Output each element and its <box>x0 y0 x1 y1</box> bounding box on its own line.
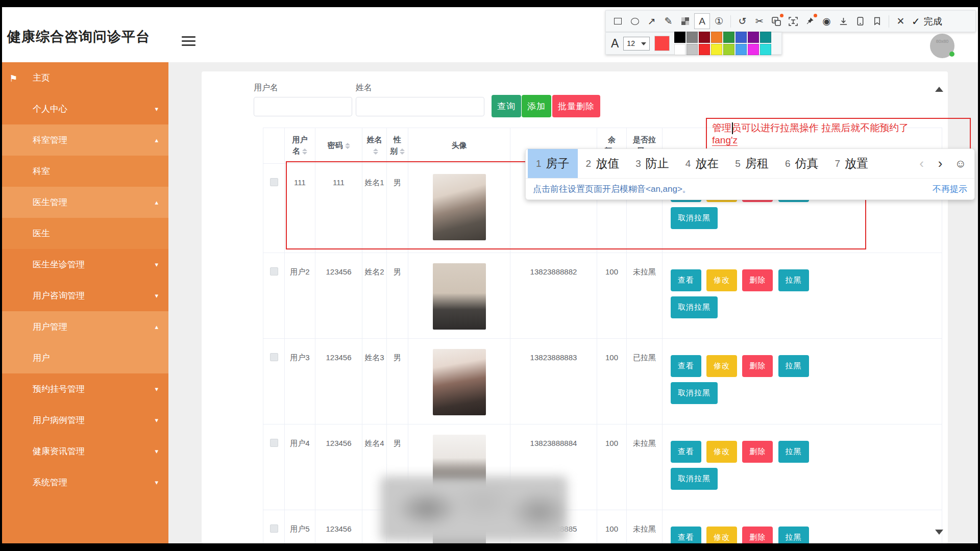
translate-icon[interactable]: A <box>768 13 784 29</box>
sort-caret-icon[interactable] <box>400 146 405 157</box>
sidebar-item[interactable]: 科室管理 ▴ <box>0 124 168 156</box>
edit-button[interactable]: 修改 <box>706 355 737 377</box>
ocr-icon[interactable] <box>785 13 801 29</box>
sort-caret-icon[interactable] <box>345 140 350 152</box>
edit-button[interactable]: 修改 <box>706 441 737 463</box>
phone-icon[interactable] <box>852 13 868 29</box>
sidebar-item[interactable]: 用户管理 ▴ <box>0 311 168 342</box>
sidebar-item[interactable]: 医生管理 ▴ <box>0 187 168 218</box>
sort-caret-icon[interactable] <box>373 146 378 157</box>
cut-icon[interactable]: ✂ <box>751 13 767 29</box>
text-tool-icon[interactable]: A <box>694 13 710 29</box>
scroll-up-icon[interactable] <box>935 83 943 92</box>
delete-button[interactable]: 删除 <box>742 441 773 463</box>
view-button[interactable]: 查看 <box>671 269 701 291</box>
download-icon[interactable] <box>836 13 851 29</box>
sort-caret-icon[interactable] <box>302 146 307 157</box>
table-header-cell[interactable]: 密码 <box>315 128 362 164</box>
close-icon[interactable]: ✕ <box>893 13 909 29</box>
palette-color-swatch[interactable] <box>699 32 710 43</box>
sidebar-item[interactable]: 用户咨询管理 ▾ <box>0 280 168 311</box>
palette-color-swatch[interactable] <box>736 32 747 43</box>
sidebar-item[interactable]: 医生坐诊管理 ▾ <box>0 249 168 280</box>
pin-icon[interactable] <box>802 13 818 29</box>
done-button[interactable]: ✓ 完成 <box>912 15 942 28</box>
view-button[interactable]: 查看 <box>671 355 701 377</box>
ime-candidate[interactable]: 7 放置 <box>826 149 876 178</box>
ime-candidate[interactable]: 2 放值 <box>578 149 628 178</box>
ime-candidate[interactable]: 5 房租 <box>727 149 777 178</box>
sidebar-item[interactable]: 用户病例管理 ▾ <box>0 405 168 436</box>
bookmark-icon[interactable] <box>869 13 885 29</box>
palette-color-swatch[interactable] <box>723 32 734 43</box>
row-checkbox[interactable] <box>270 178 278 186</box>
palette-color-swatch[interactable] <box>674 32 685 43</box>
sidebar-item[interactable]: 医生 <box>0 218 168 249</box>
palette-color-swatch[interactable] <box>723 44 734 55</box>
ime-candidate[interactable]: 1 房子 <box>528 149 578 178</box>
add-button[interactable]: 添加 <box>522 95 551 117</box>
sidebar-item[interactable]: 个人中心 ▾ <box>0 93 168 124</box>
unblacklist-button[interactable]: 取消拉黑 <box>671 296 718 318</box>
ime-candidate[interactable]: 3 防止 <box>627 149 677 178</box>
sidebar-item[interactable]: 预约挂号管理 ▾ <box>0 373 168 405</box>
view-button[interactable]: 查看 <box>671 527 701 543</box>
sidebar-item[interactable]: 系统管理 ▾ <box>0 467 168 498</box>
ellipse-tool-icon[interactable] <box>627 13 643 29</box>
search-button[interactable]: 查询 <box>492 95 521 117</box>
ime-candidate[interactable]: 6 仿真 <box>777 149 827 178</box>
ime-candidate[interactable]: 4 放在 <box>677 149 727 178</box>
table-header-cell[interactable]: 头像 <box>408 128 510 164</box>
palette-color-swatch[interactable] <box>760 44 771 55</box>
name-input[interactable] <box>356 97 484 116</box>
batch-delete-button[interactable]: 批量删除 <box>552 95 600 117</box>
sidebar-item[interactable]: 用户 <box>0 342 168 373</box>
blacklist-button[interactable]: 拉黑 <box>778 355 809 377</box>
pen-tool-icon[interactable]: ✎ <box>660 13 676 29</box>
sidebar-item[interactable]: 健康资讯管理 ▾ <box>0 436 168 467</box>
view-button[interactable]: 查看 <box>671 441 701 463</box>
row-checkbox[interactable] <box>270 439 278 447</box>
mosaic-tool-icon[interactable] <box>677 13 693 29</box>
palette-color-swatch[interactable] <box>748 44 759 55</box>
record-icon[interactable]: ◉ <box>819 13 835 29</box>
current-color-swatch[interactable] <box>654 36 670 51</box>
delete-button[interactable]: 删除 <box>742 269 773 291</box>
unblacklist-button[interactable]: 取消拉黑 <box>671 382 718 404</box>
ime-hint-text[interactable]: 点击前往设置页面开启模糊音<an,ang>。 <box>533 183 691 195</box>
font-size-select[interactable]: 12 <box>623 37 650 51</box>
arrow-tool-icon[interactable]: ↗ <box>644 13 659 29</box>
palette-color-swatch[interactable] <box>760 32 771 43</box>
blacklist-button[interactable]: 拉黑 <box>778 527 809 543</box>
row-checkbox[interactable] <box>270 524 278 533</box>
table-header-cell[interactable]: 姓名 <box>362 128 387 164</box>
palette-color-swatch[interactable] <box>736 44 747 55</box>
palette-color-swatch[interactable] <box>699 44 710 55</box>
palette-color-swatch[interactable] <box>711 32 722 43</box>
delete-button[interactable]: 删除 <box>742 527 773 543</box>
sidebar-item[interactable]: ⚑ 主页 <box>0 62 168 93</box>
hamburger-menu-icon[interactable] <box>182 36 195 46</box>
palette-color-swatch[interactable] <box>687 32 698 43</box>
undo-icon[interactable]: ↺ <box>734 13 750 29</box>
blacklist-button[interactable]: 拉黑 <box>778 441 809 463</box>
edit-button[interactable]: 修改 <box>706 527 737 543</box>
ime-dismiss-link[interactable]: 不再提示 <box>933 183 967 195</box>
sidebar-item[interactable]: 科室 <box>0 156 168 187</box>
table-header-cell[interactable]: 性 别 <box>387 128 408 164</box>
user-avatar[interactable]: 80x80 <box>930 34 954 58</box>
unblacklist-button[interactable]: 取消拉黑 <box>671 468 718 490</box>
blacklist-button[interactable]: 拉黑 <box>778 269 809 291</box>
delete-button[interactable]: 删除 <box>742 355 773 377</box>
username-input[interactable] <box>254 97 352 116</box>
palette-color-swatch[interactable] <box>687 44 698 55</box>
palette-color-swatch[interactable] <box>748 32 759 43</box>
scroll-down-icon[interactable] <box>935 530 943 539</box>
prev-page-icon[interactable]: ‹ <box>912 156 931 171</box>
row-checkbox[interactable] <box>270 353 278 361</box>
table-header-cell[interactable]: 用户 名 <box>285 128 315 164</box>
palette-color-swatch[interactable] <box>711 44 722 55</box>
row-checkbox[interactable] <box>270 267 278 276</box>
next-page-icon[interactable]: › <box>931 156 950 171</box>
edit-button[interactable]: 修改 <box>706 269 737 291</box>
